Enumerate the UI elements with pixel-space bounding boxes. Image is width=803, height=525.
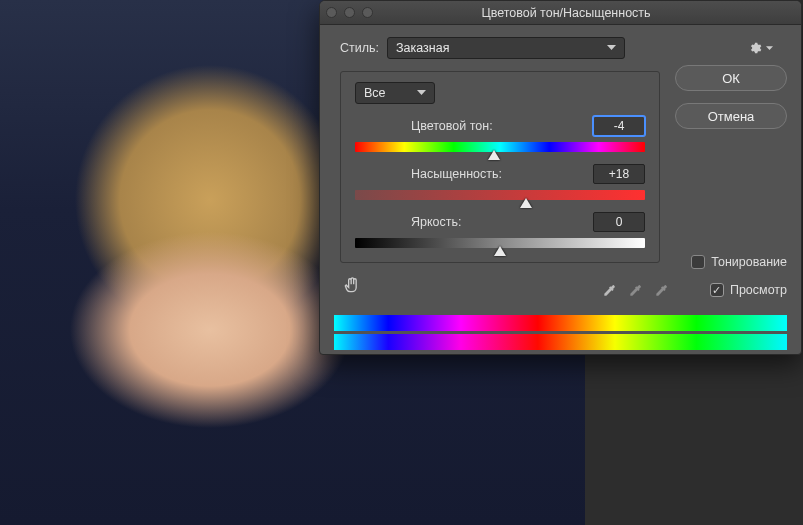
spectrum-strips	[334, 315, 787, 350]
colorize-checkbox[interactable]	[691, 255, 705, 269]
preview-label: Просмотр	[730, 283, 787, 297]
range-dropdown[interactable]: Все	[355, 82, 435, 104]
adjustment-panel: Все Цветовой тон: -4 Насыщеннос	[340, 71, 660, 263]
chevron-down-icon	[607, 45, 616, 51]
style-dropdown-value: Заказная	[396, 41, 449, 55]
chevron-down-icon	[766, 46, 773, 51]
hue-value-input[interactable]: -4	[593, 116, 645, 136]
saturation-slider-group: Насыщенность: +18	[355, 164, 645, 200]
window-close-dot[interactable]	[326, 7, 337, 18]
colorize-label: Тонирование	[711, 255, 787, 269]
cancel-button[interactable]: Отмена	[675, 103, 787, 129]
dialog-title: Цветовой тон/Насыщенность	[381, 6, 751, 20]
saturation-value-input[interactable]: +18	[593, 164, 645, 184]
spectrum-before	[334, 315, 787, 331]
style-dropdown[interactable]: Заказная	[387, 37, 625, 59]
dialog-titlebar[interactable]: Цветовой тон/Насыщенность	[320, 1, 801, 25]
chevron-down-icon	[417, 90, 426, 96]
lightness-slider-group: Яркость: 0	[355, 212, 645, 248]
eyedropper-subtract-icon[interactable]	[653, 283, 669, 299]
ok-button[interactable]: ОК	[675, 65, 787, 91]
style-label: Стиль:	[340, 41, 379, 55]
hue-slider-group: Цветовой тон: -4	[355, 116, 645, 152]
lightness-slider[interactable]	[355, 238, 645, 248]
saturation-label: Насыщенность:	[411, 167, 502, 181]
lightness-value-input[interactable]: 0	[593, 212, 645, 232]
lightness-label: Яркость:	[411, 215, 462, 229]
window-minimize-dot[interactable]	[344, 7, 355, 18]
preview-checkbox[interactable]	[710, 283, 724, 297]
spectrum-after	[334, 334, 787, 350]
saturation-slider[interactable]	[355, 190, 645, 200]
eyedropper-add-icon[interactable]	[627, 283, 643, 299]
preset-options-icon[interactable]	[748, 41, 762, 55]
window-zoom-dot[interactable]	[362, 7, 373, 18]
hue-slider[interactable]	[355, 142, 645, 152]
eyedropper-icon[interactable]	[601, 283, 617, 299]
saturation-slider-thumb[interactable]	[520, 198, 532, 208]
hue-slider-thumb[interactable]	[488, 150, 500, 160]
hue-saturation-dialog: Цветовой тон/Насыщенность Стиль: Заказна…	[319, 0, 802, 355]
hue-label: Цветовой тон:	[411, 119, 493, 133]
range-dropdown-value: Все	[364, 86, 386, 100]
window-controls	[326, 7, 373, 18]
lightness-slider-thumb[interactable]	[494, 246, 506, 256]
